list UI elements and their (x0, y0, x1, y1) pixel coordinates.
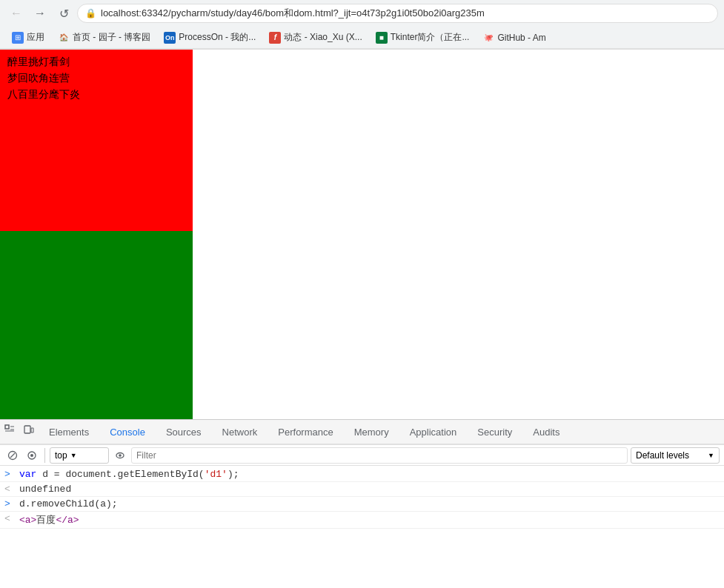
console-text-4: <a>百度</a> (19, 513, 79, 527)
github-icon: 🐙 (482, 32, 494, 44)
devtools-tabs: Elements Console Sources Network Perform… (0, 420, 724, 445)
preserve-log-button[interactable] (24, 447, 40, 464)
green-box (0, 231, 193, 446)
clear-console-button[interactable] (4, 447, 21, 464)
context-select-chevron-icon: ▼ (70, 452, 77, 459)
page-content: 醉里挑灯看剑 梦回吹角连营 八百里分麾下炎 (0, 50, 724, 446)
tab-performance[interactable]: Performance (268, 420, 343, 445)
bookmark-processon[interactable]: On ProcessOn - 我的... (158, 29, 262, 46)
red-box-text1: 醉里挑灯看剑 (7, 56, 185, 69)
devtools-panel: Elements Console Sources Network Perform… (0, 419, 724, 588)
bookmark-tkinter-label: Tkinter简介（正在... (391, 31, 470, 44)
filter-input[interactable] (131, 447, 628, 464)
devtools-inspect-icon[interactable] (0, 420, 19, 439)
bookmarks-bar: ⊞ 应用 🏠 首页 - 园子 - 博客园 On ProcessOn - 我的..… (0, 27, 724, 49)
console-line-4: < <a>百度</a> (0, 512, 724, 529)
home-icon: 🏠 (58, 32, 70, 44)
bookmark-apps-label: 应用 (27, 31, 44, 44)
processon-icon: On (164, 32, 176, 44)
back-button[interactable]: ← (6, 3, 27, 24)
svg-rect-1 (24, 426, 30, 433)
console-prompt-4: < (4, 513, 15, 524)
eye-icon[interactable] (112, 447, 128, 464)
svg-point-7 (119, 454, 122, 457)
bookmark-github[interactable]: 🐙 GitHub - Am (476, 30, 551, 46)
console-prompt-1: > (4, 469, 15, 480)
red-box: 醉里挑灯看剑 梦回吹角连营 八百里分麾下炎 (0, 50, 193, 231)
tab-sources[interactable]: Sources (156, 420, 212, 445)
tkinter-icon: ■ (376, 32, 388, 44)
apps-icon: ⊞ (12, 32, 24, 44)
context-select[interactable]: top ▼ (50, 447, 109, 464)
address-bar[interactable]: 🔒 localhost:63342/pycharm/study/day46/bo… (77, 4, 718, 23)
filter-divider (44, 448, 45, 463)
dongdong-icon: f (269, 32, 281, 44)
console-prompt-2: < (4, 484, 15, 495)
url-text: localhost:63342/pycharm/study/day46/bom和… (101, 7, 485, 20)
tab-audits[interactable]: Audits (522, 420, 570, 445)
bookmark-tkinter[interactable]: ■ Tkinter简介（正在... (370, 29, 476, 46)
tab-elements[interactable]: Elements (39, 420, 99, 445)
bookmark-home-label: 首页 - 园子 - 博客园 (73, 31, 150, 44)
bookmark-dongdong-label: 动态 - Xiao_Xu (X... (284, 31, 362, 44)
log-levels-select[interactable]: Default levels ▼ (631, 447, 720, 464)
reload-button[interactable]: ↺ (53, 3, 74, 24)
bookmark-apps[interactable]: ⊞ 应用 (6, 29, 50, 46)
nav-bar: ← → ↺ 🔒 localhost:63342/pycharm/study/da… (0, 0, 724, 27)
tab-console[interactable]: Console (99, 420, 156, 445)
red-box-text3: 八百里分麾下炎 (7, 88, 185, 101)
svg-rect-2 (31, 428, 33, 432)
tab-security[interactable]: Security (467, 420, 522, 445)
tab-network[interactable]: Network (212, 420, 268, 445)
forward-button[interactable]: → (30, 3, 50, 24)
console-output: > var d = document.getElementById('d1');… (0, 466, 724, 588)
bookmark-home[interactable]: 🏠 首页 - 园子 - 博客园 (52, 29, 156, 46)
console-line-3: > d.removeChild(a); (0, 497, 724, 512)
svg-point-5 (30, 454, 33, 457)
browser-chrome: ← → ↺ 🔒 localhost:63342/pycharm/study/da… (0, 0, 724, 50)
console-text-3: d.removeChild(a); (19, 498, 118, 510)
bookmark-processon-label: ProcessOn - 我的... (179, 31, 256, 44)
tab-application[interactable]: Application (399, 420, 468, 445)
bookmark-github-label: GitHub - Am (497, 33, 545, 43)
console-text-2: undefined (19, 484, 71, 495)
svg-rect-0 (5, 425, 9, 429)
devtools-filter-bar: top ▼ Default levels ▼ (0, 445, 724, 466)
console-text-1: var d = document.getElementById('d1'); (19, 469, 239, 480)
console-line-2: < undefined (0, 482, 724, 497)
console-prompt-3: > (4, 498, 15, 510)
lock-icon: 🔒 (85, 8, 96, 19)
devtools-device-icon[interactable] (19, 420, 39, 439)
console-line-1: > var d = document.getElementById('d1'); (0, 467, 724, 482)
tab-memory[interactable]: Memory (344, 420, 399, 445)
log-levels-chevron-icon: ▼ (708, 452, 714, 459)
red-box-text2: 梦回吹角连营 (7, 72, 185, 85)
bookmark-dongdong[interactable]: f 动态 - Xiao_Xu (X... (263, 29, 368, 46)
